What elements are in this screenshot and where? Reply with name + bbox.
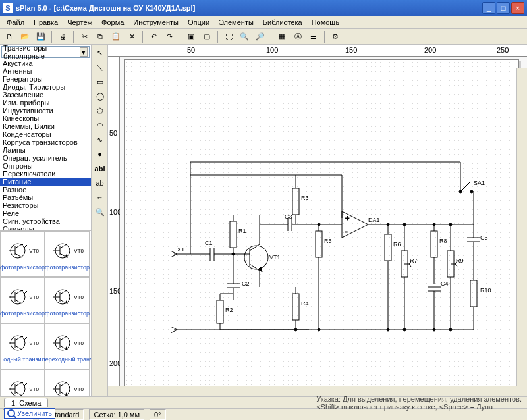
menu-help[interactable]: Помощь (308, 17, 344, 28)
grid-icon[interactable]: ▦ (275, 30, 289, 43)
text-tool-icon[interactable]: abI (94, 162, 107, 175)
category-item[interactable]: Лампы (0, 146, 91, 154)
pointer-tool-icon[interactable]: ↖ (94, 46, 107, 59)
category-item[interactable]: Индуктивности (0, 107, 91, 115)
layer-icon[interactable]: ☰ (307, 30, 320, 43)
symbol-label: фототранзистор (0, 310, 46, 317)
svg-point-144 (433, 223, 435, 226)
menu-file[interactable]: Файл (3, 17, 28, 28)
scrollbar-vertical[interactable] (516, 68, 527, 396)
label-tool-icon[interactable]: ab (94, 176, 107, 190)
paste-icon[interactable]: 📋 (109, 30, 123, 43)
rect-tool-icon[interactable]: ▭ (94, 75, 107, 88)
svg-line-24 (60, 300, 67, 303)
menu-shape[interactable]: Форма (97, 17, 128, 28)
page-tab[interactable]: 1: Схема (4, 398, 48, 407)
close-button[interactable]: × (511, 2, 524, 14)
category-item[interactable]: Диоды, Тиристоры (0, 83, 91, 91)
transistor-icon: VT0 (51, 284, 84, 310)
category-item[interactable]: Резисторы (0, 201, 91, 209)
symbol-grid[interactable]: VT0фототранзисторVT0фототранзисторVT0фот… (0, 230, 91, 396)
zoom-fit-icon[interactable]: ⛶ (222, 30, 235, 43)
category-item[interactable]: Генераторы (0, 75, 91, 83)
circle-tool-icon[interactable]: ◯ (94, 90, 107, 103)
open-icon[interactable]: 📂 (18, 30, 32, 43)
svg-line-32 (24, 337, 27, 340)
enlarge-link[interactable]: Увеличить (4, 408, 55, 419)
menu-tools[interactable]: Инструменты (129, 17, 182, 28)
category-item[interactable]: Разъёмы (0, 194, 91, 201)
sheet[interactable]: + - (124, 59, 519, 396)
bezier-tool-icon[interactable]: ∿ (94, 133, 107, 146)
poly-tool-icon[interactable]: ⬠ (94, 104, 107, 117)
category-item[interactable]: Реле (0, 209, 91, 217)
category-item[interactable]: Заземление (0, 91, 91, 99)
category-item[interactable]: Сигн. устройства (0, 217, 91, 225)
category-item[interactable]: Корпуса транзисторов (0, 138, 91, 146)
maximize-button[interactable]: □ (497, 2, 510, 14)
symbol-cell[interactable]: VT0переходный транз (45, 323, 90, 369)
snap-icon[interactable]: Ⓐ (291, 30, 304, 43)
category-item[interactable]: Клеммы, Вилки (0, 122, 91, 130)
svg-line-43 (15, 392, 22, 396)
delete-icon[interactable]: ✕ (125, 30, 138, 43)
symbol-cell[interactable]: VT0фототранзистор (0, 277, 45, 323)
undo-icon[interactable]: ↶ (147, 30, 160, 43)
category-item[interactable]: Оптроны (0, 162, 91, 170)
cut-icon[interactable]: ✂ (78, 30, 91, 43)
menu-drawing[interactable]: Чертёж (63, 17, 96, 28)
chevron-down-icon[interactable]: ▾ (80, 47, 88, 57)
svg-point-145 (449, 223, 452, 226)
category-item[interactable]: Переключатели (0, 170, 91, 178)
line-tool-icon[interactable]: ＼ (94, 61, 107, 74)
category-item[interactable]: Антенны (0, 67, 91, 75)
zoom-out-icon[interactable]: 🔎 (254, 30, 267, 43)
symbol-cell[interactable]: VT0фототранзистор (45, 231, 90, 277)
scrollbar-horizontal[interactable] (108, 386, 527, 396)
category-item[interactable]: Питание (0, 178, 91, 186)
symbol-cell[interactable]: VT0NPN-Transistor (0, 369, 45, 396)
label-xt: XT (177, 246, 185, 253)
tabbar: 1: Схема Указка: Для выделения, перемеще… (0, 396, 527, 408)
category-item[interactable]: Операц. усилитель (0, 154, 91, 162)
label-c2: C2 (242, 280, 250, 287)
category-item[interactable]: Конденсаторы (0, 130, 91, 138)
zoom-tool-icon[interactable]: 🔍 (94, 205, 107, 219)
new-icon[interactable]: 🗋 (3, 30, 16, 43)
save-icon[interactable]: 💾 (34, 30, 47, 43)
redo-icon[interactable]: ↷ (163, 30, 176, 43)
print-icon[interactable]: 🖨 (56, 30, 69, 43)
transistor-icon: VT0 (51, 376, 84, 396)
category-item[interactable]: Изм. приборы (0, 99, 91, 107)
zoom-in-icon[interactable]: 🔍 (238, 30, 251, 43)
menu-elements[interactable]: Элементы (215, 17, 258, 28)
label-vt1: VT1 (269, 254, 281, 261)
menu-options[interactable]: Опции (184, 17, 213, 28)
symbol-cell[interactable]: VT0фототранзистор (45, 277, 90, 323)
drawing-page[interactable]: + - (120, 57, 527, 396)
category-combo[interactable]: Транзисторы биполярные ▾ (1, 46, 90, 58)
label-c4: C4 (441, 280, 449, 287)
symbol-cell[interactable]: VT0фототранзистор (0, 231, 45, 277)
junction-tool-icon[interactable]: ● (94, 147, 107, 161)
category-item[interactable]: Кинескопы (0, 115, 91, 122)
options-icon[interactable]: ⚙ (329, 30, 342, 43)
label-r7: R7 (410, 257, 418, 264)
minimize-button[interactable]: _ (482, 2, 495, 14)
svg-point-147 (318, 328, 320, 331)
group-icon[interactable]: ▣ (184, 30, 198, 43)
category-item[interactable]: Разное (0, 186, 91, 194)
category-item[interactable]: Акустика (0, 59, 91, 67)
svg-rect-130 (470, 280, 477, 307)
menu-library[interactable]: Библиотека (259, 17, 306, 28)
symbol-cell[interactable]: VT0NPN-Transistor (45, 369, 90, 396)
copy-icon[interactable]: ⧉ (94, 30, 107, 43)
dimension-tool-icon[interactable]: ↔ (94, 191, 107, 204)
symbol-label: переходный транз (41, 356, 91, 363)
category-list[interactable]: АкустикаАнтенныГенераторыДиоды, Тиристор… (0, 59, 91, 230)
ungroup-icon[interactable]: ▢ (200, 30, 213, 43)
menu-edit[interactable]: Правка (30, 17, 62, 28)
arc-tool-icon[interactable]: ◠ (94, 118, 107, 132)
symbol-cell[interactable]: VT0одный транзи (0, 323, 45, 369)
category-item[interactable]: Символы (0, 225, 91, 230)
